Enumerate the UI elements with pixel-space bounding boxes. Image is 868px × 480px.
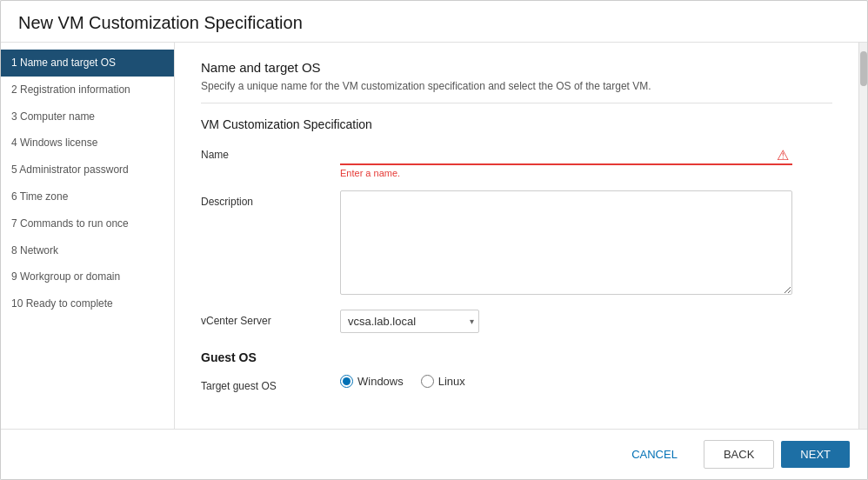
windows-radio-label[interactable]: Windows [340, 375, 404, 388]
vcenter-select-wrapper: vcsa.lab.local ▾ [340, 310, 479, 333]
sidebar-item-registration[interactable]: 2 Registration information [1, 77, 174, 103]
sidebar-item-time-zone[interactable]: 6 Time zone [1, 183, 174, 210]
main-content: Name and target OS Specify a unique name… [175, 43, 858, 429]
dialog-footer: CANCEL BACK NEXT [1, 429, 867, 479]
dialog-title: New VM Customization Specification [1, 1, 867, 43]
sidebar-item-admin-password[interactable]: 5 Administrator password [1, 157, 174, 183]
guest-os-section: Guest OS Target guest OS Windows Linux [201, 350, 832, 392]
sidebar-item-name-os[interactable]: 1 Name and target OS [1, 50, 174, 77]
windows-radio[interactable] [340, 375, 353, 388]
sidebar-item-windows-license[interactable]: 4 Windows license [1, 130, 174, 157]
new-vm-customization-dialog: New VM Customization Specification 1 Nam… [0, 0, 868, 480]
scrollbar-track[interactable] [858, 43, 867, 429]
cancel-button[interactable]: CANCEL [612, 441, 697, 468]
sidebar-item-computer-name[interactable]: 3 Computer name [1, 103, 174, 130]
section-subtitle: Specify a unique name for the VM customi… [201, 80, 832, 103]
name-error-icon: ⚠ [777, 146, 789, 163]
target-guest-os-label: Target guest OS [201, 375, 340, 392]
subsection-title: VM Customization Specification [201, 117, 832, 131]
sidebar-item-ready-complete[interactable]: 10 Ready to complete [1, 290, 174, 317]
name-control: ⚠ Enter a name. [340, 143, 792, 178]
next-button[interactable]: NEXT [781, 441, 850, 468]
sidebar-item-commands-once[interactable]: 7 Commands to run once [1, 210, 174, 237]
name-label: Name [201, 143, 340, 161]
name-row: Name ⚠ Enter a name. [201, 143, 832, 178]
windows-label: Windows [357, 375, 404, 388]
vcenter-server-label: vCenter Server [201, 310, 340, 327]
name-error-message: Enter a name. [340, 168, 792, 178]
description-row: Description [201, 190, 832, 297]
linux-radio[interactable] [421, 375, 434, 388]
dialog-body: 1 Name and target OS2 Registration infor… [1, 43, 867, 429]
back-button[interactable]: BACK [704, 440, 774, 469]
guest-os-title: Guest OS [201, 350, 832, 364]
target-guest-os-row: Target guest OS Windows Linux [201, 375, 832, 392]
name-input[interactable] [340, 143, 792, 165]
sidebar-item-workgroup-domain[interactable]: 9 Workgroup or domain [1, 263, 174, 290]
linux-radio-label[interactable]: Linux [421, 375, 465, 388]
sidebar-item-network[interactable]: 8 Network [1, 237, 174, 264]
description-textarea[interactable] [340, 190, 792, 295]
sidebar: 1 Name and target OS2 Registration infor… [1, 43, 175, 429]
vcenter-server-control: vcsa.lab.local ▾ [340, 310, 792, 333]
vcenter-server-select[interactable]: vcsa.lab.local [340, 310, 479, 333]
linux-label: Linux [438, 375, 465, 388]
section-title: Name and target OS [201, 60, 832, 75]
scrollbar-thumb[interactable] [860, 51, 867, 86]
target-guest-os-control: Windows Linux [340, 375, 792, 388]
vcenter-server-row: vCenter Server vcsa.lab.local ▾ [201, 310, 832, 333]
description-control [340, 190, 792, 297]
description-label: Description [201, 190, 340, 208]
os-radio-group: Windows Linux [340, 375, 792, 388]
name-input-wrapper: ⚠ [340, 143, 792, 165]
